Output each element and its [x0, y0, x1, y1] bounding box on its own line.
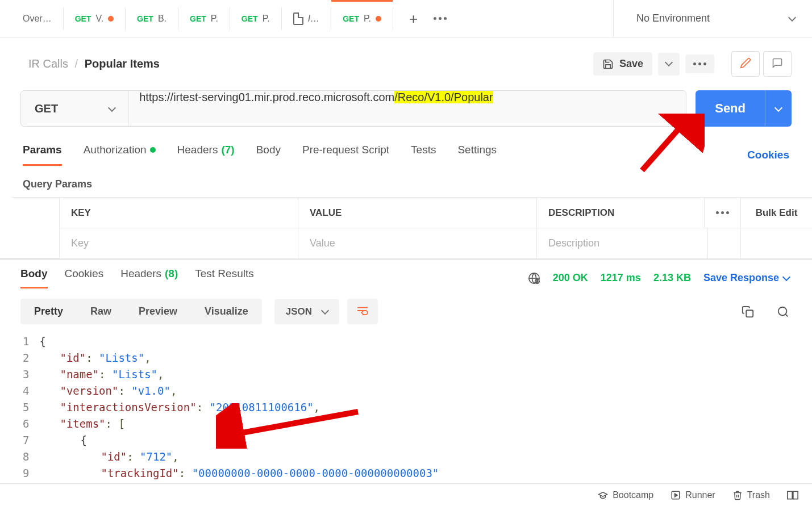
search-icon[interactable]	[777, 306, 789, 318]
description-input[interactable]: Description	[536, 228, 707, 259]
tab-p-active[interactable]: GETP.	[331, 0, 393, 37]
view-visualize[interactable]: Visualize	[191, 299, 262, 324]
more-icon	[716, 211, 729, 214]
trash-button[interactable]: Trash	[732, 490, 770, 500]
comment-icon	[772, 57, 783, 69]
response-time: 1217 ms	[601, 272, 641, 284]
url-input[interactable]: https://irtest-serving01.mir.prod.reco.m…	[129, 91, 686, 126]
save-dropdown[interactable]	[658, 53, 680, 76]
chevron-down-icon	[321, 307, 329, 315]
response-size: 2.13 KB	[653, 272, 691, 284]
wrap-lines-button[interactable]	[347, 299, 378, 324]
view-pretty[interactable]: Pretty	[20, 299, 77, 324]
col-key: KEY	[59, 198, 298, 228]
col-more-button[interactable]	[704, 198, 740, 228]
graduation-icon	[598, 490, 608, 500]
status-code: 200 OK	[553, 272, 588, 284]
runner-button[interactable]: Runner	[671, 490, 715, 500]
environment-selector[interactable]: No Environment	[613, 0, 812, 37]
req-tab-settings[interactable]: Settings	[457, 144, 497, 166]
key-input[interactable]: Key	[59, 228, 298, 259]
tab-p2[interactable]: GETP.	[230, 0, 281, 37]
req-tab-authorization[interactable]: Authorization	[84, 144, 156, 166]
trash-icon	[732, 490, 743, 500]
tab-actions-icon[interactable]	[434, 17, 447, 20]
req-tab-prerequest[interactable]: Pre-request Script	[302, 144, 389, 166]
chevron-down-icon	[665, 58, 673, 66]
send-dropdown[interactable]	[765, 90, 792, 127]
save-button[interactable]: Save	[593, 52, 652, 76]
svg-point-5	[778, 307, 787, 315]
format-select[interactable]: JSON	[274, 299, 339, 324]
more-actions-button[interactable]	[685, 55, 714, 73]
resp-tab-headers[interactable]: Headers (8)	[120, 267, 178, 288]
value-input[interactable]: Value	[298, 228, 536, 259]
unsaved-dot-icon	[376, 16, 381, 22]
col-value: VALUE	[298, 198, 536, 228]
svg-marker-8	[675, 494, 678, 497]
svg-line-6	[785, 314, 788, 316]
resp-tab-cookies[interactable]: Cookies	[65, 267, 104, 288]
req-tab-params[interactable]: Params	[23, 144, 62, 166]
edit-button[interactable]	[731, 51, 760, 77]
unsaved-dot-icon	[108, 16, 114, 22]
wrap-icon	[356, 306, 369, 316]
tab-b[interactable]: GETB.	[126, 0, 178, 37]
save-response-button[interactable]: Save Response	[703, 272, 789, 284]
query-params-label: Query Params	[0, 166, 812, 197]
page-icon	[293, 12, 303, 25]
view-preview[interactable]: Preview	[125, 299, 191, 324]
breadcrumb: IR Calls / Popular Items	[28, 57, 160, 70]
tab-i[interactable]: I…	[282, 0, 331, 37]
tab-v[interactable]: GETV.	[64, 0, 125, 37]
tab-overview[interactable]: Over…	[11, 0, 63, 37]
cookies-link[interactable]: Cookies	[747, 149, 789, 161]
req-tab-body[interactable]: Body	[256, 144, 281, 166]
new-tab-button[interactable]: +	[409, 11, 418, 26]
view-raw[interactable]: Raw	[77, 299, 125, 324]
bootcamp-button[interactable]: Bootcamp	[598, 490, 653, 500]
copy-icon[interactable]	[742, 306, 754, 318]
save-icon	[602, 58, 614, 70]
resp-tab-testresults[interactable]: Test Results	[195, 267, 253, 288]
svg-rect-4	[746, 310, 753, 317]
req-tab-tests[interactable]: Tests	[411, 144, 436, 166]
chevron-down-icon	[108, 103, 116, 111]
params-table: KEY VALUE DESCRIPTION Bulk Edit Key Valu…	[11, 197, 812, 259]
tab-p1[interactable]: GETP.	[178, 0, 230, 37]
bulk-edit-button[interactable]: Bulk Edit	[740, 198, 812, 228]
req-tab-headers[interactable]: Headers (7)	[177, 144, 235, 166]
chevron-down-icon	[774, 103, 782, 111]
send-button[interactable]: Send	[696, 90, 792, 127]
top-tab-bar: Over… GETV. GETB. GETP. GETP. I… GETP. +…	[0, 0, 812, 37]
chevron-down-icon	[788, 14, 796, 22]
network-icon[interactable]	[528, 272, 540, 285]
panel-toggle-button[interactable]	[787, 491, 798, 500]
chevron-down-icon	[782, 273, 790, 281]
method-select[interactable]: GET	[21, 91, 129, 126]
comment-button[interactable]	[763, 51, 792, 77]
response-body: 123456789 {"id": "Lists","name": "Lists"…	[0, 328, 812, 482]
col-description: DESCRIPTION	[536, 198, 704, 228]
breadcrumb-current: Popular Items	[85, 57, 160, 70]
breadcrumb-parent[interactable]: IR Calls	[28, 57, 68, 70]
more-icon	[693, 62, 706, 65]
play-icon	[671, 490, 681, 500]
svg-rect-9	[788, 491, 792, 499]
status-dot-icon	[150, 147, 156, 153]
svg-rect-10	[793, 491, 798, 499]
status-bar: Bootcamp Runner Trash	[0, 483, 812, 506]
resp-tab-body[interactable]: Body	[20, 267, 48, 288]
panel-icon	[787, 491, 798, 500]
pencil-icon	[740, 57, 751, 69]
